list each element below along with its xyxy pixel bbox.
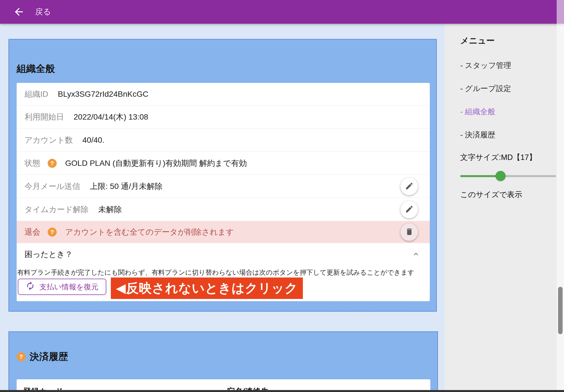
back-button[interactable]: 戻る: [13, 6, 51, 18]
help-question-icon[interactable]: ?: [17, 352, 26, 361]
row-label: 組織ID: [25, 89, 48, 100]
org-info-table: 組織ID BLyx3SG72rId24BnKcGC 利用開始日 2022/04/…: [17, 83, 430, 301]
edit-mail-limit-button[interactable]: [400, 178, 418, 195]
sidebar-item-organization-general[interactable]: - 組織全般: [460, 108, 564, 116]
help-actions: 支払い情報を復元 ◀反映されないときはクリック: [17, 278, 429, 299]
back-label: 戻る: [35, 6, 51, 17]
row-label: 利用開始日: [25, 112, 64, 122]
table-row-start-date: 利用開始日 2022/04/14(木) 13:08: [17, 105, 430, 129]
help-section-header[interactable]: 困ったとき？: [17, 243, 430, 266]
row-value: アカウントを含む全てのデータが削除されます: [65, 227, 234, 237]
menu-heading: メニュー: [460, 35, 564, 46]
help-description: 有料プラン手続きが完了したにも関わらず、有料プランに切り替わらない場合は次のボタ…: [17, 268, 429, 276]
click-here-callout: ◀反映されないときはクリック: [111, 278, 303, 299]
row-value: 2022/04/14(木) 13:08: [74, 112, 148, 122]
table-row-org-id: 組織ID BLyx3SG72rId24BnKcGC: [17, 83, 430, 105]
org-card-title: 組織全般: [17, 62, 429, 75]
chevron-up-icon: [412, 250, 420, 259]
window-bottom-edge: [0, 390, 564, 392]
menu-sidebar: メニュー - スタッフ管理 - グループ設定 - 組織全般 - 決済履歴 文字サ…: [445, 24, 564, 392]
payment-card-title: 決済履歴: [30, 350, 68, 363]
slider-thumb[interactable]: [495, 171, 506, 181]
help-question-icon[interactable]: ?: [48, 228, 57, 237]
help-section-title: 困ったとき？: [25, 249, 73, 260]
main-content: 組織全般 組織ID BLyx3SG72rId24BnKcGC 利用開始日 202…: [0, 24, 445, 392]
apply-size-label: このサイズで表示: [460, 190, 564, 200]
trash-icon: [405, 227, 414, 237]
table-row-monthly-mail: 今月メール送信 上限: 50 通/月未解除: [17, 175, 430, 198]
help-section-body: 有料プラン手続きが完了したにも関わらず、有料プランに切り替わらない場合は次のボタ…: [17, 266, 430, 299]
row-value: GOLD PLAN (自動更新有り)有効期間 解約まで有効: [65, 158, 247, 169]
sidebar-item-group-settings[interactable]: - グループ設定: [460, 85, 564, 93]
row-value: 未解除: [98, 204, 122, 215]
row-label: タイムカード解除: [25, 204, 89, 215]
payment-history-card: ? 決済履歴 登録カード 宛名/連絡先: [8, 331, 438, 392]
row-label: 退会: [25, 227, 40, 237]
top-app-bar: 戻る: [0, 0, 564, 24]
row-value: 上限: 50 通/月未解除: [90, 181, 162, 192]
app-window: 戻る 組織全般 組織ID BLyx3SG72rId24BnKcGC 利用開始日 …: [0, 0, 564, 392]
row-label: 状態: [25, 158, 40, 169]
refresh-icon: [26, 281, 35, 292]
row-label: アカウント数: [25, 135, 73, 146]
scrollbar-thumb[interactable]: [558, 287, 563, 334]
sidebar-item-staff-management[interactable]: - スタッフ管理: [460, 61, 564, 69]
edit-timecard-button[interactable]: [400, 201, 418, 218]
slider-fill: [460, 175, 501, 177]
row-label: 今月メール送信: [25, 181, 80, 192]
delete-organization-button[interactable]: [400, 223, 418, 241]
pencil-icon: [405, 205, 414, 214]
font-size-slider[interactable]: [460, 171, 556, 181]
table-row-account-count: アカウント数 40/40.: [17, 129, 430, 152]
table-row-withdraw: 退会 ? アカウントを含む全てのデータが削除されます: [17, 221, 430, 243]
help-question-icon[interactable]: ?: [48, 159, 57, 168]
organization-general-card: 組織全般 組織ID BLyx3SG72rId24BnKcGC 利用開始日 202…: [8, 39, 437, 312]
payment-card-header: ? 決済履歴: [17, 351, 430, 363]
vertical-scrollbar[interactable]: [557, 0, 564, 392]
pencil-icon: [405, 182, 414, 191]
restore-payment-info-button[interactable]: 支払い情報を復元: [18, 279, 106, 295]
font-size-label: 文字サイズ:MD【17】: [460, 152, 564, 162]
sidebar-item-payment-history[interactable]: - 決済履歴: [460, 131, 564, 139]
restore-button-label: 支払い情報を復元: [39, 282, 98, 292]
collapse-help-button[interactable]: [412, 250, 420, 259]
table-row-status: 状態 ? GOLD PLAN (自動更新有り)有効期間 解約まで有効: [17, 152, 430, 175]
row-value: BLyx3SG72rId24BnKcGC: [58, 90, 148, 99]
row-value: 40/40.: [82, 136, 104, 145]
back-arrow-icon: [13, 6, 25, 18]
table-row-timecard: タイムカード解除 未解除: [17, 198, 430, 221]
